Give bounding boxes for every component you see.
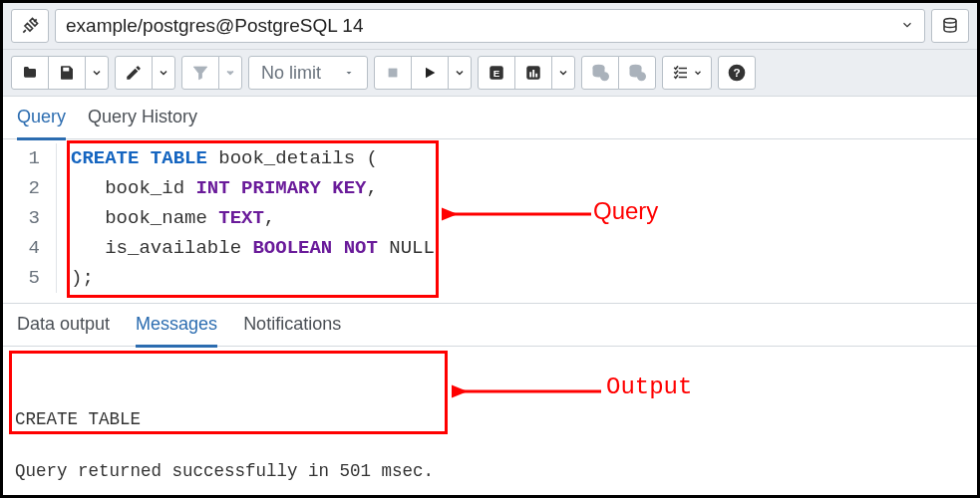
help-button[interactable]: ? xyxy=(718,56,756,90)
filter-button[interactable] xyxy=(181,56,219,90)
output-annotation-label: Output xyxy=(606,374,692,400)
svg-point-0 xyxy=(944,19,956,24)
chevron-down-icon xyxy=(693,68,703,78)
output-arrow xyxy=(452,376,601,406)
funnel-icon xyxy=(191,64,209,82)
chevron-down-icon xyxy=(557,67,569,79)
save-dropdown[interactable] xyxy=(85,56,109,90)
disk-check-icon xyxy=(590,64,610,82)
svg-rect-1 xyxy=(389,69,397,77)
tab-query[interactable]: Query xyxy=(17,107,66,140)
list-check-icon xyxy=(671,64,691,82)
edit-button[interactable] xyxy=(115,56,153,90)
messages-text: CREATE TABLE Query returned successfully… xyxy=(15,406,965,484)
explain-button[interactable]: E xyxy=(478,56,515,90)
query-toolbar: No limit E xyxy=(3,50,977,97)
connection-select[interactable]: example/postgres@PostgreSQL 14 xyxy=(55,9,925,43)
explain-icon: E xyxy=(488,64,505,82)
tab-data-output[interactable]: Data output xyxy=(17,314,110,346)
play-icon xyxy=(422,65,438,81)
open-file-button[interactable] xyxy=(11,56,49,90)
code-content[interactable]: CREATE TABLE book_details ( book_id INT … xyxy=(57,143,435,293)
stop-icon xyxy=(386,66,400,80)
server-icon-button[interactable] xyxy=(931,9,969,43)
chevron-down-icon xyxy=(91,67,103,79)
editor-tabs: Query Query History xyxy=(3,97,977,139)
filter-dropdown[interactable] xyxy=(218,56,242,90)
connection-bar: example/postgres@PostgreSQL 14 xyxy=(3,3,977,50)
tab-query-history[interactable]: Query History xyxy=(88,107,197,138)
execute-dropdown[interactable] xyxy=(448,56,472,90)
sql-editor[interactable]: 12345 CREATE TABLE book_details ( book_i… xyxy=(3,143,977,293)
save-file-button[interactable] xyxy=(48,56,86,90)
connection-icon-button[interactable] xyxy=(11,9,49,43)
chevron-down-icon xyxy=(224,67,236,79)
database-icon xyxy=(941,17,959,35)
edit-dropdown[interactable] xyxy=(152,56,175,90)
commit-button[interactable] xyxy=(581,56,619,90)
tab-messages[interactable]: Messages xyxy=(136,314,217,348)
sql-editor-area: 12345 CREATE TABLE book_details ( book_i… xyxy=(3,139,977,293)
save-icon xyxy=(58,64,76,82)
svg-text:E: E xyxy=(493,68,500,79)
output-tabs: Data output Messages Notifications xyxy=(3,303,977,347)
svg-rect-7 xyxy=(535,74,537,78)
plug-icon xyxy=(20,16,40,36)
connection-label: example/postgres@PostgreSQL 14 xyxy=(66,15,363,37)
folder-icon xyxy=(21,65,39,81)
explain-analyze-button[interactable] xyxy=(514,56,552,90)
caret-down-icon xyxy=(343,67,355,79)
svg-text:?: ? xyxy=(733,66,740,79)
pencil-icon xyxy=(125,64,143,82)
explain-dropdown[interactable] xyxy=(551,56,575,90)
line-number-gutter: 12345 xyxy=(3,143,57,293)
chevron-down-icon xyxy=(158,67,169,79)
stop-button[interactable] xyxy=(374,56,412,90)
row-limit-label: No limit xyxy=(261,63,321,84)
macros-button[interactable] xyxy=(662,56,712,90)
tab-notifications[interactable]: Notifications xyxy=(243,314,341,346)
execute-button[interactable] xyxy=(411,56,449,90)
chevron-down-icon xyxy=(900,18,914,35)
row-limit-select[interactable]: No limit xyxy=(248,56,368,90)
messages-pane: CREATE TABLE Query returned successfully… xyxy=(3,347,977,498)
chevron-down-icon xyxy=(454,67,466,79)
svg-rect-5 xyxy=(529,72,531,77)
svg-rect-6 xyxy=(532,70,534,78)
rollback-button[interactable] xyxy=(618,56,656,90)
disk-undo-icon xyxy=(627,64,647,82)
help-icon: ? xyxy=(727,63,747,83)
barchart-icon xyxy=(524,64,542,82)
